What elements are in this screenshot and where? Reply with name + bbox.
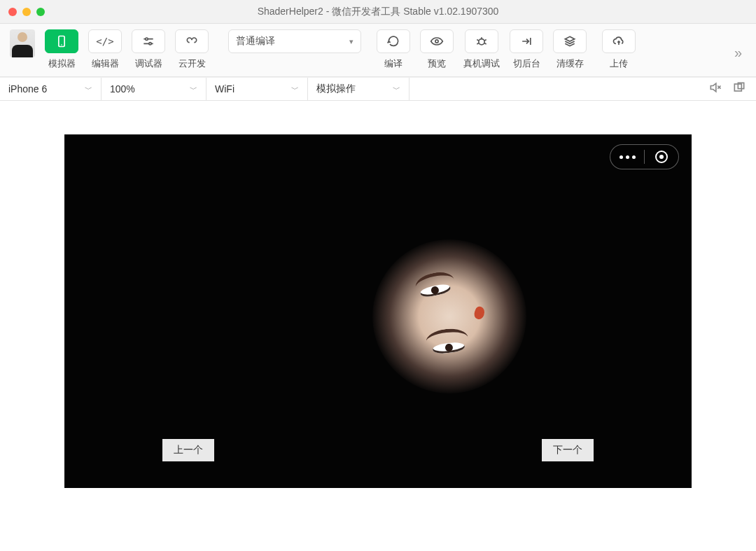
- code-icon: </>: [96, 36, 113, 47]
- traffic-lights: [8, 8, 45, 16]
- detach-icon: [732, 81, 746, 95]
- network-value: WiFi: [215, 83, 234, 95]
- remote-debug-button[interactable]: [465, 29, 498, 53]
- chevron-down-icon: ▾: [349, 37, 354, 46]
- main-toolbar: 模拟器 </> 编辑器 调试器 云开发 普通编译 ▾: [0, 24, 756, 77]
- capsule-close-button[interactable]: [645, 145, 678, 169]
- chevron-down-icon: ﹀: [190, 84, 197, 95]
- svg-point-5: [479, 39, 484, 45]
- refresh-icon: [386, 34, 400, 48]
- action-group: 编译 预览 真机调试 切后台 清缓存: [374, 29, 589, 70]
- face-detail: [472, 305, 486, 321]
- window-titlebar: ShaderHelper2 - 微信开发者工具 Stable v1.02.190…: [0, 0, 756, 24]
- device-select[interactable]: iPhone 6 ﹀: [0, 78, 102, 100]
- svg-point-2: [146, 38, 148, 40]
- device-value: iPhone 6: [8, 83, 47, 95]
- chevron-down-icon: ﹀: [291, 84, 299, 95]
- eye-icon: [430, 34, 444, 48]
- capsule-menu-button[interactable]: [610, 145, 644, 169]
- upload-label: 上传: [610, 57, 628, 70]
- bug-icon: [475, 34, 489, 48]
- close-window-button[interactable]: [8, 8, 17, 16]
- debugger-button[interactable]: [132, 29, 165, 53]
- upload-button[interactable]: [602, 29, 636, 53]
- chevron-down-icon: ﹀: [393, 84, 400, 95]
- clear-cache-label: 清缓存: [556, 57, 584, 70]
- target-icon: [655, 151, 668, 163]
- cloud-link-icon: [185, 34, 199, 48]
- next-button[interactable]: 下一个: [542, 439, 594, 461]
- cloud-dev-button[interactable]: [175, 29, 209, 53]
- compile-label: 编译: [384, 57, 402, 70]
- simulate-action-select[interactable]: 模拟操作 ﹀: [308, 78, 410, 100]
- network-select[interactable]: WiFi ﹀: [206, 78, 308, 100]
- preview-label: 预览: [428, 57, 446, 70]
- simulator-button[interactable]: [45, 29, 78, 53]
- editor-button[interactable]: </>: [88, 29, 122, 53]
- volume-mute-icon: [708, 81, 722, 95]
- remote-debug-label: 真机调试: [463, 57, 500, 70]
- svg-point-4: [435, 40, 438, 43]
- preview-button[interactable]: [420, 29, 454, 53]
- view-switch-group: 模拟器 </> 编辑器 调试器 云开发: [42, 29, 211, 70]
- simulator-settings-bar: iPhone 6 ﹀ 100% ﹀ WiFi ﹀ 模拟操作 ﹀: [0, 77, 756, 101]
- debugger-label: 调试器: [135, 57, 162, 70]
- face-detail: [432, 342, 465, 355]
- simulator-label: 模拟器: [48, 57, 76, 70]
- chevron-down-icon: ﹀: [85, 84, 92, 95]
- prev-button[interactable]: 上一个: [162, 439, 214, 461]
- upload-group: 上传: [599, 29, 638, 70]
- background-label: 切后台: [513, 57, 540, 70]
- cloud-dev-label: 云开发: [178, 57, 206, 70]
- switch-background-icon: [519, 34, 533, 48]
- shader-peephole-effect: [372, 239, 526, 393]
- sliders-icon: [141, 34, 155, 48]
- compile-button[interactable]: [377, 29, 410, 53]
- cloud-upload-icon: [612, 34, 626, 48]
- zoom-select[interactable]: 100% ﹀: [102, 78, 206, 100]
- clear-cache-button[interactable]: [553, 29, 587, 53]
- phone-icon: [55, 34, 69, 48]
- face-detail: [425, 327, 468, 344]
- maximize-window-button[interactable]: [36, 8, 45, 16]
- simulator-stage: 上一个 下一个: [0, 101, 756, 551]
- window-title: ShaderHelper2 - 微信开发者工具 Stable v1.02.190…: [258, 6, 499, 18]
- compile-mode-select[interactable]: 普通编译 ▾: [228, 29, 361, 53]
- toolbar-overflow-button[interactable]: »: [730, 45, 746, 61]
- zoom-value: 100%: [110, 83, 135, 95]
- svg-point-1: [61, 44, 62, 46]
- layers-icon: [563, 34, 577, 48]
- minimize-window-button[interactable]: [22, 8, 31, 16]
- mute-button[interactable]: [708, 81, 722, 97]
- miniprogram-capsule: [610, 144, 679, 169]
- editor-label: 编辑器: [92, 57, 119, 70]
- background-button[interactable]: [510, 29, 543, 53]
- simulate-action-value: 模拟操作: [316, 83, 356, 95]
- compile-mode-value: 普通编译: [236, 35, 275, 48]
- svg-point-3: [149, 43, 151, 45]
- app-canvas: 上一个 下一个: [64, 134, 692, 488]
- ellipsis-icon: [620, 155, 636, 159]
- user-avatar[interactable]: [10, 29, 35, 57]
- detach-window-button[interactable]: [732, 81, 746, 97]
